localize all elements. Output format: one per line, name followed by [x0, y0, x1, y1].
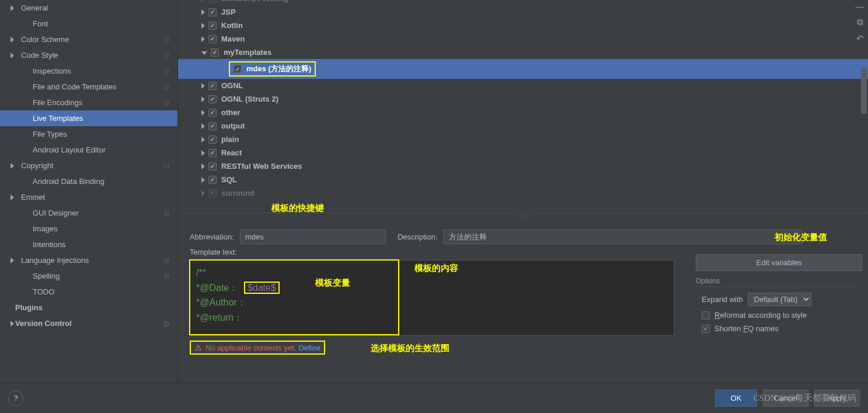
sidebar-item-general[interactable]: General — [0, 0, 177, 16]
reformat-checkbox[interactable] — [702, 311, 710, 320]
tree-item-kotlin[interactable]: Kotlin — [178, 19, 868, 32]
sidebar-item-inspections[interactable]: Inspections⊟ — [0, 63, 177, 79]
tree-checkbox[interactable] — [208, 162, 217, 171]
tree-checkbox[interactable] — [208, 95, 217, 103]
chevron-right-icon — [201, 0, 205, 2]
tree-checkbox[interactable] — [208, 109, 217, 117]
tree-checkbox[interactable] — [208, 22, 217, 30]
sidebar-item-todo[interactable]: TODO — [0, 284, 177, 300]
sidebar-item-label: General — [21, 4, 48, 12]
tree-item-label: output — [221, 122, 245, 130]
minus-icon[interactable]: — — [854, 1, 866, 11]
help-button[interactable]: ? — [8, 391, 23, 406]
edit-variables-button[interactable]: Edit variables — [696, 254, 862, 271]
sidebar-item-label: Copyright — [21, 161, 54, 170]
tree-checkbox[interactable] — [208, 149, 217, 157]
sidebar-item-file-encodings[interactable]: File Encodings⊟ — [0, 95, 177, 110]
scrollbar-thumb[interactable] — [861, 67, 867, 114]
code-line-4: *@return： — [196, 313, 243, 322]
sidebar-item-file-and-code-templates[interactable]: File and Code Templates⊟ — [0, 79, 177, 95]
chevron-right-icon — [11, 5, 14, 11]
sidebar-item-emmet[interactable]: Emmet — [0, 189, 177, 205]
sidebar-item-label: Android Data Binding — [33, 177, 104, 186]
content-panel: JavaScript TestingJSPKotlinMavenmyTempla… — [178, 0, 868, 383]
scope-icon: ⊟ — [163, 272, 169, 280]
scope-icon: ⊟ — [163, 99, 169, 107]
sidebar-item-intentions[interactable]: Intentions — [0, 237, 177, 252]
sidebar-item-live-templates[interactable]: Live Templates — [0, 110, 177, 126]
chevron-right-icon — [11, 53, 14, 58]
sidebar-item-language-injections[interactable]: Language Injections⊟ — [0, 252, 177, 268]
shorten-fq-checkbox[interactable] — [702, 325, 710, 333]
abbreviation-input[interactable] — [240, 230, 386, 244]
tree-item-restful-web-services[interactable]: RESTful Web Services — [178, 159, 868, 173]
tree-checkbox[interactable] — [208, 35, 217, 43]
sidebar-item-file-types[interactable]: File Types — [0, 126, 177, 142]
sidebar-item-code-style[interactable]: Code Style⊟ — [0, 47, 177, 63]
tree-item-label: mdes (方法的注释) — [246, 64, 311, 74]
sidebar-item-font[interactable]: Font — [0, 16, 177, 32]
sidebar-item-gui-designer[interactable]: GUI Designer⊟ — [0, 205, 177, 221]
tree-item-plain[interactable]: plain — [178, 133, 868, 146]
tree-item-jsp[interactable]: JSP — [178, 5, 868, 19]
chevron-right-icon — [11, 195, 14, 200]
template-text-editor[interactable]: /** *@Date： $date$ *@Author： *@return： — [190, 260, 674, 336]
sidebar-item-label: File and Code Templates — [33, 82, 117, 91]
sidebar-item-android-data-binding[interactable]: Android Data Binding — [0, 173, 177, 189]
shorten-fq-label: Shorten FQ names — [714, 324, 779, 333]
tree-checkbox[interactable] — [211, 48, 219, 57]
scope-icon: ⊟ — [163, 51, 169, 60]
copy-icon[interactable]: ⧉ — [854, 17, 866, 27]
tree-checkbox[interactable] — [208, 189, 217, 197]
tree-checkbox[interactable] — [208, 8, 217, 16]
tree-item-surround[interactable]: surround — [178, 186, 868, 200]
tree-checkbox[interactable] — [208, 122, 217, 130]
ok-button[interactable]: OK — [715, 390, 757, 407]
tree-item-maven[interactable]: Maven — [178, 32, 868, 46]
tree-checkbox[interactable] — [208, 176, 217, 184]
sidebar-item-label: Font — [33, 19, 48, 28]
sidebar-item-android-layout-editor[interactable]: Android Layout Editor — [0, 142, 177, 158]
code-var-date: $date$ — [244, 282, 280, 294]
abbreviation-label: Abbreviation: — [190, 232, 234, 241]
define-link[interactable]: Define — [298, 343, 320, 352]
tree-item-javascript-testing[interactable]: JavaScript Testing — [178, 0, 868, 5]
tree-item-mytemplates[interactable]: myTemplates — [178, 46, 868, 59]
tree-checkbox[interactable] — [208, 82, 217, 90]
tree-checkbox[interactable] — [208, 136, 217, 144]
tree-item-mdes-[interactable]: mdes (方法的注释) — [178, 59, 868, 79]
sidebar-item-images[interactable]: Images — [0, 221, 177, 237]
description-input[interactable] — [444, 230, 803, 244]
sidebar-item-plugins[interactable]: Plugins — [0, 300, 177, 315]
chevron-right-icon — [11, 163, 14, 169]
code-line-1: /** — [196, 268, 206, 277]
sidebar-item-label: TODO — [33, 287, 54, 296]
tree-item-sql[interactable]: SQL — [178, 173, 868, 186]
tree-item-label: SQL — [221, 175, 237, 184]
tree-checkbox[interactable] — [233, 65, 242, 73]
sidebar-item-spelling[interactable]: Spelling⊟ — [0, 268, 177, 284]
settings-sidebar[interactable]: GeneralFontColor Scheme⊟Code Style⊟Inspe… — [0, 0, 178, 383]
tree-item-label: JavaScript Testing — [221, 0, 288, 3]
tree-item-react[interactable]: React — [178, 146, 868, 159]
tree-item-other[interactable]: other — [178, 106, 868, 119]
expand-with-select[interactable]: Default (Tab) — [748, 293, 811, 306]
tree-item-ognl-struts-2-[interactable]: OGNL (Struts 2) — [178, 92, 868, 106]
sidebar-item-label: Live Templates — [33, 114, 83, 123]
chevron-right-icon — [201, 96, 205, 102]
tree-checkbox[interactable] — [208, 0, 217, 3]
apply-button[interactable]: Apply — [814, 390, 860, 407]
template-tree[interactable]: JavaScript TestingJSPKotlinMavenmyTempla… — [178, 0, 868, 213]
cancel-button[interactable]: Cancel — [763, 390, 808, 407]
tree-item-output[interactable]: output — [178, 119, 868, 133]
undo-icon[interactable]: ↶ — [854, 33, 866, 44]
tree-item-label: plain — [221, 135, 239, 144]
tree-item-ognl[interactable]: OGNL — [178, 79, 868, 92]
sidebar-item-copyright[interactable]: Copyright⊟ — [0, 158, 177, 173]
chevron-right-icon — [201, 137, 205, 143]
resizer-grip[interactable]: ∷∷∷ — [517, 214, 529, 220]
sidebar-item-color-scheme[interactable]: Color Scheme⊟ — [0, 32, 177, 47]
scope-icon: ⊟ — [163, 162, 169, 170]
sidebar-item-label: Inspections — [33, 67, 71, 75]
sidebar-item-version-control[interactable]: Version Control⊟ — [0, 315, 177, 331]
